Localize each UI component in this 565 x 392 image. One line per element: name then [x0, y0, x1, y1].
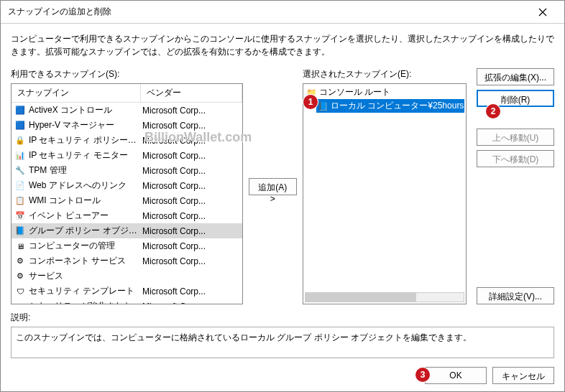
snapin-vendor: Microsoft Corp... — [142, 196, 239, 206]
list-item[interactable]: 🛡セキュリティ テンプレートMicrosoft Corp... — [12, 284, 242, 299]
snapin-name: グループ ポリシー オブジェク... — [29, 225, 142, 237]
snapin-icon: 🟦 — [14, 105, 26, 116]
footer: OK キャンセル — [425, 367, 554, 384]
list-item[interactable]: 🔧TPM 管理Microsoft Corp... — [12, 163, 242, 178]
snapin-icon: ⚙ — [14, 256, 26, 267]
list-item[interactable]: 🔒IP セキュリティ ポリシーの管...Microsoft Corp... — [12, 133, 242, 148]
snapin-name: コンポーネント サービス — [29, 255, 142, 267]
snapin-vendor: Microsoft Corp... — [142, 166, 239, 176]
move-down-button[interactable]: 下へ移動(D) — [477, 150, 554, 167]
snapin-vendor: Microsoft Corp... — [142, 286, 239, 297]
ok-button[interactable]: OK — [425, 367, 487, 384]
advanced-button[interactable]: 詳細設定(V)... — [477, 287, 554, 304]
tree-root[interactable]: 📁 コンソール ルート — [305, 85, 464, 99]
content-area: コンピューターで利用できるスナップインからこのコンソールに使用するスナップインを… — [1, 24, 564, 367]
list-item[interactable]: 🛡セキュリティが強化された ...Microsoft Corp... — [12, 299, 242, 304]
snapin-name: Web アドレスへのリンク — [29, 179, 142, 192]
tree-item-selected[interactable]: 📘 ローカル コンピューター¥25hours ポリシー — [316, 99, 464, 113]
snapin-name: ActiveX コントロール — [29, 104, 142, 116]
scrollbar-thumb[interactable] — [306, 293, 416, 302]
snapin-vendor: Microsoft Corp... — [142, 226, 239, 236]
cancel-button[interactable]: キャンセル — [492, 367, 554, 384]
snapin-icon: 🔒 — [14, 135, 26, 146]
snapin-icon: 🔧 — [14, 165, 26, 177]
snapin-name: セキュリティが強化された ... — [29, 300, 142, 304]
annotation-badge-2: 2 — [486, 104, 500, 118]
list-item[interactable]: ⚙コンポーネント サービスMicrosoft Corp... — [12, 253, 242, 269]
list-item[interactable]: 📘グループ ポリシー オブジェク...Microsoft Corp... — [12, 223, 242, 238]
snapin-name: WMI コントロール — [29, 195, 142, 207]
snapin-icon: 📘 — [14, 225, 26, 237]
close-button[interactable] — [528, 2, 557, 22]
snapin-vendor: Microsoft Corp... — [142, 302, 239, 304]
snapin-vendor: Microsoft Corp... — [142, 121, 239, 131]
snapin-name: TPM 管理 — [29, 164, 142, 177]
snapin-vendor: Microsoft Corp... — [142, 181, 239, 191]
available-snapins-label: 利用できるスナップイン(S): — [11, 68, 243, 80]
snapin-vendor: Microsoft Corp... — [142, 151, 239, 161]
snapin-name: IP セキュリティ ポリシーの管... — [29, 134, 142, 146]
snapin-name: サービス — [29, 270, 142, 282]
list-item[interactable]: 🟦Hyper-V マネージャーMicrosoft Corp... — [12, 118, 242, 133]
list-item[interactable]: ⚙サービス — [12, 269, 242, 284]
list-item[interactable]: 🟦ActiveX コントロールMicrosoft Corp... — [12, 103, 242, 118]
annotation-badge-1: 1 — [303, 95, 318, 109]
description-label: 説明: — [11, 312, 554, 324]
header-name[interactable]: スナップイン — [12, 84, 141, 102]
move-up-button[interactable]: 上へ移動(U) — [477, 129, 554, 146]
add-button[interactable]: 追加(A) > — [249, 178, 297, 195]
snapin-name: イベント ビューアー — [29, 210, 142, 222]
tree-root-label: コンソール ルート — [319, 86, 390, 98]
header-vendor[interactable]: ベンダー — [141, 84, 242, 102]
list-item[interactable]: 📅イベント ビューアーMicrosoft Corp... — [12, 208, 242, 223]
window-title: スナップインの追加と削除 — [8, 6, 111, 18]
snapin-icon: 📊 — [14, 150, 26, 162]
snapin-icon: 🛡 — [14, 301, 26, 304]
snapin-icon: 🟦 — [14, 120, 26, 131]
titlebar: スナップインの追加と削除 — [1, 1, 564, 24]
snapin-vendor: Microsoft Corp... — [142, 211, 239, 221]
snapin-icon: 🛡 — [14, 286, 26, 297]
snapin-vendor: Microsoft Corp... — [142, 106, 239, 116]
list-item[interactable]: 📄Web アドレスへのリンクMicrosoft Corp... — [12, 178, 242, 193]
snapin-icon: 📅 — [14, 210, 26, 222]
selected-snapins-tree[interactable]: 📁 コンソール ルート 📘 ローカル コンピューター¥25hours ポリシー — [303, 83, 467, 304]
snapin-name: コンピューターの管理 — [29, 240, 142, 252]
list-item[interactable]: 📊IP セキュリティ モニターMicrosoft Corp... — [12, 148, 242, 163]
list-item[interactable]: 📋WMI コントロールMicrosoft Corp... — [12, 193, 242, 208]
snapin-icon: 🖥 — [14, 241, 26, 252]
snapin-name: セキュリティ テンプレート — [29, 285, 142, 297]
annotation-badge-3: 3 — [415, 368, 430, 382]
horizontal-scrollbar[interactable] — [305, 292, 464, 302]
tree-child-label: ローカル コンピューター¥25hours ポリシー — [331, 100, 464, 112]
intro-text: コンピューターで利用できるスナップインからこのコンソールに使用するスナップインを… — [11, 32, 554, 58]
list-header: スナップイン ベンダー — [12, 84, 242, 103]
list-item[interactable]: 🖥コンピューターの管理Microsoft Corp... — [12, 238, 242, 253]
snapin-icon: 📋 — [14, 195, 26, 207]
snapin-name: Hyper-V マネージャー — [29, 119, 142, 131]
policy-icon: 📘 — [318, 101, 328, 111]
remove-button[interactable]: 削除(R) — [477, 90, 554, 107]
snapin-vendor: Microsoft Corp... — [142, 256, 239, 266]
snapin-name: IP セキュリティ モニター — [29, 149, 142, 162]
selected-snapins-label: 選択されたスナップイン(E): — [303, 68, 467, 80]
available-snapins-list[interactable]: スナップイン ベンダー 🟦ActiveX コントロールMicrosoft Cor… — [11, 83, 243, 304]
snapin-vendor: Microsoft Corp... — [142, 241, 239, 251]
description-box: このスナップインでは、コンピューターに格納されているローカル グループ ポリシー… — [11, 327, 554, 358]
snapin-icon: ⚙ — [14, 271, 26, 282]
close-icon — [538, 8, 547, 17]
snapin-vendor: Microsoft Corp... — [142, 136, 239, 146]
snapin-icon: 📄 — [14, 180, 26, 192]
edit-extensions-button[interactable]: 拡張の編集(X)... — [477, 68, 554, 85]
